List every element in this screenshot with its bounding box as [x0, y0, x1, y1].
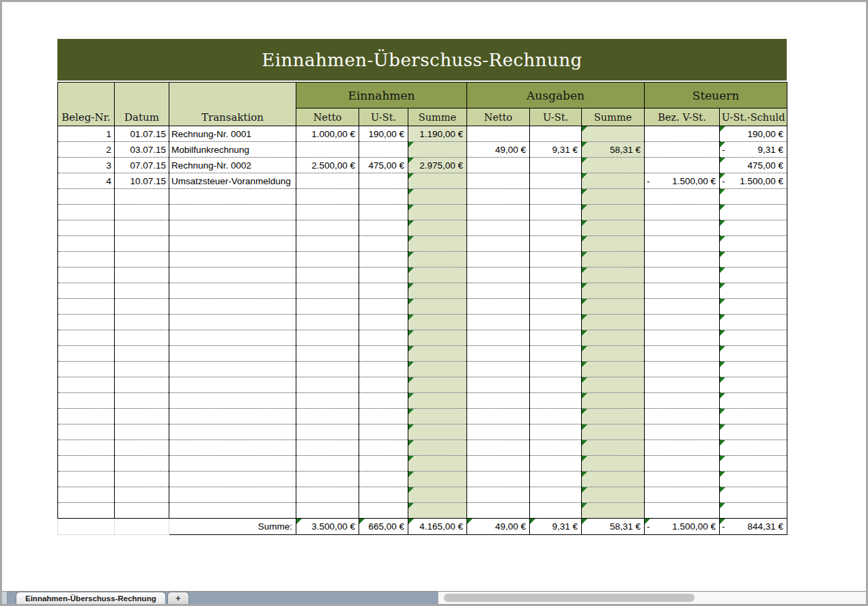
cell-ust_schuld[interactable]	[720, 393, 787, 409]
cell-nr[interactable]	[58, 252, 115, 268]
cell-e_netto[interactable]	[296, 283, 359, 299]
cell-datum[interactable]	[115, 424, 169, 440]
cell-a_netto[interactable]	[467, 252, 530, 268]
cell-a_netto[interactable]	[467, 503, 530, 519]
cell-transaktion[interactable]	[169, 503, 296, 519]
cell-e_netto[interactable]	[296, 189, 359, 205]
cell-ust_schuld[interactable]	[720, 189, 787, 205]
cell-bez_vst[interactable]	[645, 283, 720, 299]
cell-bez_vst[interactable]	[645, 472, 720, 487]
cell-bez_vst[interactable]: -1.500,00 €	[645, 173, 720, 189]
cell-nr[interactable]	[58, 393, 115, 409]
cell-e_summe[interactable]	[408, 377, 467, 393]
cell-a_summe[interactable]	[582, 205, 645, 220]
cell-e_ust[interactable]	[359, 346, 408, 362]
cell-datum[interactable]	[115, 346, 169, 362]
group-header-ausgaben[interactable]: Ausgaben	[467, 83, 645, 109]
cell-e_netto[interactable]	[296, 424, 359, 440]
cell-e_ust[interactable]	[359, 315, 408, 330]
cell-ust_schuld[interactable]: -9,31 €	[720, 142, 787, 158]
cell-ust_schuld[interactable]	[720, 252, 787, 268]
cell-e_ust[interactable]	[359, 377, 408, 393]
cell-e_summe[interactable]	[408, 173, 467, 189]
cell-nr[interactable]	[58, 299, 115, 315]
cell-e_summe[interactable]	[408, 346, 467, 362]
cell-e_summe[interactable]	[408, 205, 467, 220]
cell-a_summe[interactable]	[582, 393, 645, 409]
cell-e_netto[interactable]	[296, 362, 359, 377]
cell-nr[interactable]: 1	[58, 126, 115, 142]
cell-e_netto[interactable]: 2.500,00 €	[296, 158, 359, 173]
cell-datum[interactable]: 07.07.15	[115, 158, 169, 173]
header-beleg-nr[interactable]: Beleg-Nr.	[58, 83, 115, 126]
cell-ust_schuld[interactable]	[720, 487, 787, 503]
cell-bez_vst[interactable]	[645, 503, 720, 519]
cell-ust_schuld[interactable]	[720, 205, 787, 220]
cell-a_summe[interactable]	[582, 472, 645, 487]
cell-e_ust[interactable]	[359, 142, 408, 158]
cell-a_ust[interactable]	[530, 409, 582, 424]
sheet-tab-active[interactable]: Einnahmen-Überschuss-Rechnung	[16, 592, 166, 604]
cell-bez_vst[interactable]	[645, 252, 720, 268]
cell-e_ust[interactable]	[359, 299, 408, 315]
cell-a_summe[interactable]	[582, 268, 645, 283]
cell-transaktion[interactable]	[169, 472, 296, 487]
cell-a_netto[interactable]	[467, 440, 530, 456]
cell-a_netto[interactable]	[467, 393, 530, 409]
add-sheet-button[interactable]: +	[167, 592, 189, 604]
cell-bez_vst[interactable]	[645, 330, 720, 346]
cell-a_ust[interactable]	[530, 487, 582, 503]
cell-e_netto[interactable]: 1.000,00 €	[296, 126, 359, 142]
cell-nr[interactable]	[58, 424, 115, 440]
cell-transaktion[interactable]: Rechnung-Nr. 0002	[169, 158, 296, 173]
cell-a_netto[interactable]	[467, 456, 530, 472]
total-ust_schuld[interactable]: -844,31 €	[720, 519, 787, 535]
cell-nr[interactable]	[58, 189, 115, 205]
cell-a_ust[interactable]	[530, 440, 582, 456]
cell-a_summe[interactable]	[582, 283, 645, 299]
cell-e_netto[interactable]	[296, 330, 359, 346]
cell-e_ust[interactable]	[359, 487, 408, 503]
cell-e_netto[interactable]	[296, 142, 359, 158]
cell-e_summe[interactable]	[408, 487, 467, 503]
cell-a_summe[interactable]	[582, 220, 645, 236]
cell-bez_vst[interactable]	[645, 189, 720, 205]
cell-ust_schuld[interactable]: 475,00 €	[720, 158, 787, 173]
cell-a_summe[interactable]	[582, 456, 645, 472]
cell-e_summe[interactable]	[408, 330, 467, 346]
cell-ust_schuld[interactable]	[720, 377, 787, 393]
cell-e_summe[interactable]	[408, 362, 467, 377]
subheader-einnahmen-ust[interactable]: U-St.	[359, 109, 408, 126]
cell-datum[interactable]	[115, 189, 169, 205]
cell-datum[interactable]	[115, 315, 169, 330]
cell-transaktion[interactable]	[169, 362, 296, 377]
cell-transaktion[interactable]	[169, 205, 296, 220]
cell-datum[interactable]: 03.07.15	[115, 142, 169, 158]
cell-transaktion[interactable]	[169, 220, 296, 236]
cell-a_ust[interactable]: 9,31 €	[530, 142, 582, 158]
cell-e_ust[interactable]	[359, 252, 408, 268]
cell-datum[interactable]	[115, 268, 169, 283]
cell-a_netto[interactable]	[467, 299, 530, 315]
total-e_ust[interactable]: 665,00 €	[359, 519, 408, 535]
cell-e_summe[interactable]	[408, 189, 467, 205]
cell-e_summe[interactable]	[408, 268, 467, 283]
cell-bez_vst[interactable]	[645, 440, 720, 456]
cell-a_summe[interactable]: 58,31 €	[582, 142, 645, 158]
cell-e_summe[interactable]	[408, 393, 467, 409]
cell-a_summe[interactable]	[582, 236, 645, 252]
cell-bez_vst[interactable]	[645, 456, 720, 472]
cell-transaktion[interactable]	[169, 377, 296, 393]
cell-ust_schuld[interactable]	[720, 503, 787, 519]
cell-transaktion[interactable]	[169, 393, 296, 409]
cell-a_summe[interactable]	[582, 409, 645, 424]
cell-datum[interactable]	[115, 377, 169, 393]
cell-a_ust[interactable]	[530, 503, 582, 519]
cell-e_ust[interactable]	[359, 503, 408, 519]
cell-e_summe[interactable]: 1.190,00 €	[408, 126, 467, 142]
cell-nr[interactable]	[58, 268, 115, 283]
subheader-ausgaben-ust[interactable]: U-St.	[530, 109, 582, 126]
cell-e_summe[interactable]	[408, 252, 467, 268]
cell-a_summe[interactable]	[582, 330, 645, 346]
cell-transaktion[interactable]	[169, 315, 296, 330]
